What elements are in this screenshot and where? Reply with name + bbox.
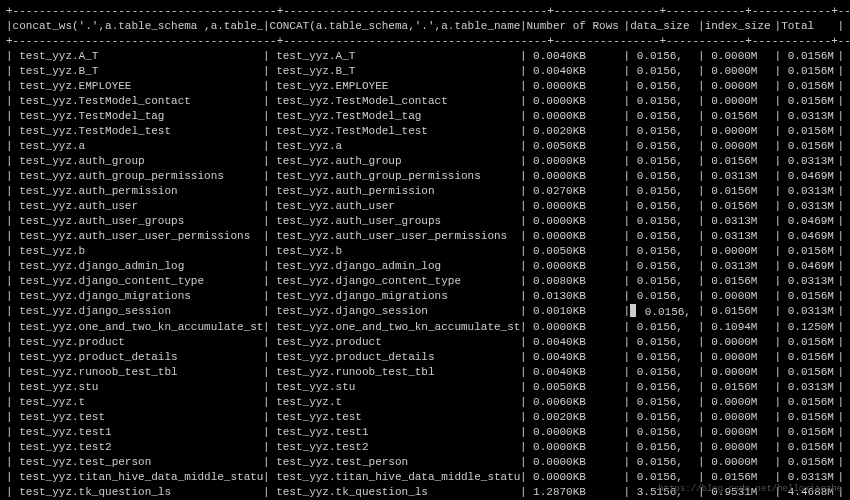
cell: 0.0020KB	[526, 410, 623, 425]
cell: 0.0156,	[630, 124, 698, 139]
cell: test_yyz.stu	[13, 380, 263, 395]
cell: 0.0156M	[781, 455, 837, 470]
cell: 0.0000M	[705, 365, 775, 380]
cell: test_yyz.one_and_two_kn_accumulate_stars	[270, 320, 520, 335]
cell: test_yyz.django_session	[13, 304, 263, 320]
cell: 0.0000M	[705, 49, 775, 64]
cell: 0.0313M	[705, 169, 775, 184]
cell: 0.0000KB	[526, 440, 623, 455]
cell: 0.0156M	[781, 440, 837, 455]
table-row: | test_yyz.TestModel_tag| test_yyz.TestM…	[6, 109, 844, 124]
cell: test_yyz.A_T	[270, 49, 520, 64]
cell: 0.0156,	[630, 380, 698, 395]
cell: 0.0000M	[705, 94, 775, 109]
cell: 0.0156,	[630, 169, 698, 184]
cell: 0.0156,	[630, 320, 698, 335]
cell: test_yyz.stu	[270, 380, 520, 395]
cell: 0.0000M	[705, 425, 775, 440]
cell: 0.0156M	[781, 64, 837, 79]
header-col2: Number of Rows	[526, 19, 623, 34]
table-row: | test_yyz.django_migrations| test_yyz.d…	[6, 289, 844, 304]
table-row: | test_yyz.auth_group_permissions| test_…	[6, 169, 844, 184]
table-row: | test_yyz.django_content_type| test_yyz…	[6, 274, 844, 289]
cell: test_yyz.auth_permission	[13, 184, 263, 199]
cell: 0.0156M	[781, 49, 837, 64]
cell: test_yyz.django_admin_log	[270, 259, 520, 274]
cell: test_yyz.tk_question_ls	[270, 485, 520, 500]
cell: test_yyz.auth_group	[270, 154, 520, 169]
cell: 0.0010KB	[526, 304, 623, 320]
cell: 0.0000KB	[526, 259, 623, 274]
cell: test_yyz.test	[13, 410, 263, 425]
cell: 0.0130KB	[526, 289, 623, 304]
cell: 0.0080KB	[526, 274, 623, 289]
cell: 0.0000KB	[526, 214, 623, 229]
table-row: | test_yyz.one_and_two_kn_accumulate_sta…	[6, 320, 844, 335]
cell: 0.0156,	[630, 49, 698, 64]
cell: 0.0000M	[705, 350, 775, 365]
cell: 0.0156M	[705, 109, 775, 124]
cell: 0.0000KB	[526, 79, 623, 94]
cell: 0.0156,	[630, 244, 698, 259]
cell: 0.0156M	[781, 350, 837, 365]
cell: 0.0000KB	[526, 455, 623, 470]
cell: 0.0156,	[630, 229, 698, 244]
cell: 1.2870KB	[526, 485, 623, 500]
cell: 0.0000M	[705, 244, 775, 259]
table-row: | test_yyz.a| test_yyz.a| 0.0050KB | 0.0…	[6, 139, 844, 154]
cell: test_yyz.django_content_type	[270, 274, 520, 289]
table-row: | test_yyz.product| test_yyz.product| 0.…	[6, 335, 844, 350]
cell: test_yyz.B_T	[270, 64, 520, 79]
cell: test_yyz.t	[270, 395, 520, 410]
table-row: | test_yyz.auth_user_groups| test_yyz.au…	[6, 214, 844, 229]
cell: 0.0040KB	[526, 365, 623, 380]
cell: 0.0000KB	[526, 94, 623, 109]
cell: 0.0156M	[781, 425, 837, 440]
cell: 0.0156,	[630, 109, 698, 124]
cell: test_yyz.B_T	[13, 64, 263, 79]
cell: 0.0156,	[630, 94, 698, 109]
header-col4: index_size	[705, 19, 775, 34]
cell: 0.0313M	[781, 199, 837, 214]
cell: 0.0156,	[630, 410, 698, 425]
cell: 0.0156M	[705, 184, 775, 199]
table-row: | test_yyz.django_session| test_yyz.djan…	[6, 304, 844, 320]
cell: 0.0000KB	[526, 169, 623, 184]
cell: 0.0156,	[630, 289, 698, 304]
cell: test_yyz.tk_question_ls	[13, 485, 263, 500]
table-row: | test_yyz.test| test_yyz.test| 0.0020KB…	[6, 410, 844, 425]
cell: 0.0000M	[705, 395, 775, 410]
table-row: | test_yyz.auth_user| test_yyz.auth_user…	[6, 199, 844, 214]
cell: test_yyz.EMPLOYEE	[13, 79, 263, 94]
cell: 0.0000M	[705, 124, 775, 139]
cell: 0.0000KB	[526, 229, 623, 244]
cell: 0.0156M	[781, 139, 837, 154]
cell: 0.0156,	[630, 274, 698, 289]
cell: test_yyz.runoob_test_tbl	[13, 365, 263, 380]
cell: 0.0156,	[630, 440, 698, 455]
cell: 0.1250M	[781, 320, 837, 335]
cell: 0.0000M	[705, 410, 775, 425]
cell: 0.0156,	[630, 455, 698, 470]
cell: 0.0020KB	[526, 124, 623, 139]
cell: 0.0050KB	[526, 380, 623, 395]
cell: test_yyz.test	[270, 410, 520, 425]
header-col3: data_size	[630, 19, 698, 34]
cell: 0.0000KB	[526, 199, 623, 214]
cell: 0.0000KB	[526, 320, 623, 335]
cell: 0.0000KB	[526, 109, 623, 124]
table-header-row: | concat_ws('.',a.table_schema ,a.table_…	[6, 19, 844, 34]
cell: test_yyz.auth_group_permissions	[270, 169, 520, 184]
cell: 0.0000M	[705, 440, 775, 455]
cell: test_yyz.test1	[13, 425, 263, 440]
cell: 0.0156,	[630, 154, 698, 169]
cell: test_yyz.t	[13, 395, 263, 410]
table-row: | test_yyz.b| test_yyz.b| 0.0050KB | 0.0…	[6, 244, 844, 259]
cell: 0.0000M	[705, 289, 775, 304]
table-row: | test_yyz.django_admin_log| test_yyz.dj…	[6, 259, 844, 274]
cell: 0.0270KB	[526, 184, 623, 199]
cell: 0.0156,	[630, 395, 698, 410]
cell: test_yyz.auth_user	[13, 199, 263, 214]
cell: test_yyz.auth_user_user_permissions	[270, 229, 520, 244]
cell: 0.0050KB	[526, 139, 623, 154]
